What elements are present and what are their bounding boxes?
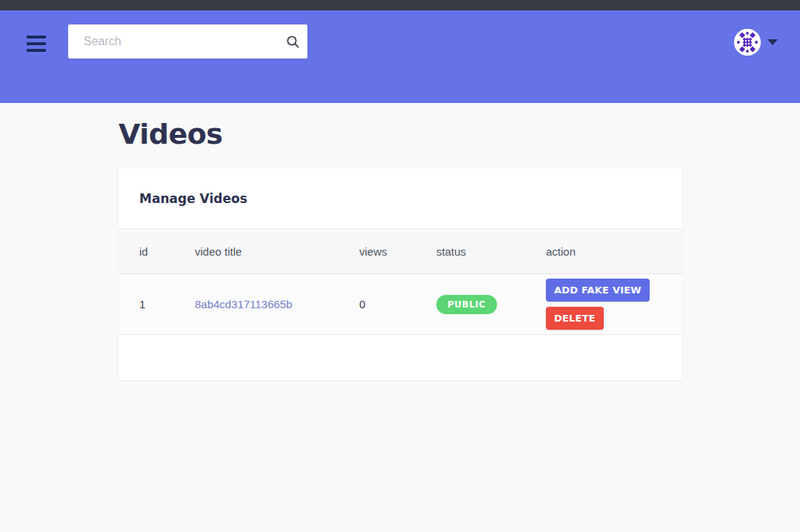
table-header-row: id video title views status action — [119, 228, 682, 274]
app-header — [0, 10, 800, 103]
search-box — [68, 24, 307, 59]
column-header-id: id — [139, 245, 195, 258]
card-footer-spacer — [119, 335, 682, 380]
top-dark-bar — [0, 0, 800, 10]
app-window: Videos Manage Videos id video title view… — [0, 0, 800, 532]
card-title: Manage Videos — [119, 168, 682, 228]
table-row: 1 8ab4cd317113665b 0 PUBLIC ADD FAKE VIE… — [119, 274, 682, 335]
cell-views: 0 — [359, 298, 436, 310]
column-header-status: status — [436, 245, 546, 258]
chevron-down-icon[interactable] — [767, 39, 778, 45]
search-icon[interactable] — [278, 24, 307, 59]
status-badge: PUBLIC — [436, 295, 497, 314]
avatar[interactable] — [734, 29, 761, 56]
column-header-views: views — [359, 245, 436, 258]
cell-video-title: 8ab4cd317113665b — [195, 298, 359, 310]
manage-videos-card: Manage Videos id video title views statu… — [119, 168, 682, 380]
video-title-link[interactable]: 8ab4cd317113665b — [195, 298, 293, 310]
page-title: Videos — [119, 118, 222, 150]
search-input[interactable] — [68, 24, 278, 59]
delete-button[interactable]: DELETE — [546, 307, 604, 330]
column-header-action: action — [546, 245, 661, 258]
column-header-video-title: video title — [195, 245, 359, 258]
cell-action: ADD FAKE VIEW DELETE — [546, 279, 661, 330]
menu-icon[interactable] — [27, 36, 46, 52]
main-content: Videos Manage Videos id video title view… — [0, 103, 800, 532]
cell-id: 1 — [139, 298, 195, 310]
cell-status: PUBLIC — [436, 295, 546, 314]
identicon-avatar-image — [734, 29, 761, 56]
add-fake-view-button[interactable]: ADD FAKE VIEW — [546, 279, 650, 302]
